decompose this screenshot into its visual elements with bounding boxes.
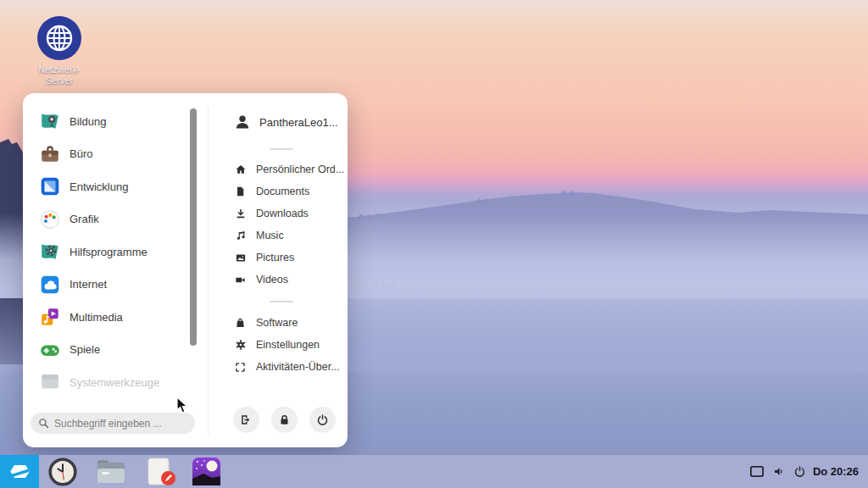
software-bag-icon	[235, 317, 246, 329]
download-icon	[235, 208, 247, 219]
desktop: Netzwerk- Server Bildung	[0, 0, 868, 488]
desktop-icon-network-server[interactable]: Netzwerk- Server	[31, 15, 88, 86]
place-item-music[interactable]: Music	[220, 225, 348, 247]
menu-item-einstellungen[interactable]: Einstellungen	[220, 334, 348, 356]
category-item-bildung[interactable]: Bildung	[30, 105, 187, 138]
panel-divider-top	[270, 148, 293, 150]
taskbar-clock[interactable]: Do 20:26	[805, 455, 866, 488]
power-icon	[316, 413, 329, 426]
menu-item-label: Einstellungen	[256, 339, 320, 351]
desktop-icon-label-line2: Server	[31, 75, 88, 86]
category-label: Entwicklung	[70, 180, 128, 193]
category-item-systemwerkzeuge[interactable]: Systemwerkzeuge	[30, 366, 187, 399]
place-item-home[interactable]: Persönlicher Ord...	[220, 158, 348, 180]
category-item-grafik[interactable]: Grafik	[30, 203, 187, 236]
briefcase-icon	[39, 143, 61, 165]
clock-icon	[48, 458, 77, 486]
document-icon	[235, 186, 246, 197]
places-list: Persönlicher Ord... Documents Downloads …	[220, 158, 348, 291]
category-label: Multimedia	[70, 311, 123, 324]
menu-item-software[interactable]: Software	[220, 312, 348, 334]
gamepad-icon	[39, 339, 61, 361]
category-item-internet[interactable]: Internet	[30, 269, 187, 302]
activities-overview-icon	[235, 362, 246, 373]
search-placeholder: Suchbegriff eingeben ...	[54, 418, 162, 430]
category-item-hilfsprogramme[interactable]: Hilfsprogramme	[30, 236, 187, 269]
search-input[interactable]: Suchbegriff eingeben ...	[31, 413, 195, 434]
taskbar-app-files[interactable]	[97, 455, 125, 488]
menu-right-panel: PantheraLeo1... Persönlicher Ord... Docu…	[220, 93, 348, 447]
menu-item-label: Aktivitäten-Über...	[256, 361, 340, 373]
taskbar-app-night-wallpaper[interactable]	[192, 455, 220, 488]
category-item-multimedia[interactable]: Multimedia	[30, 301, 187, 334]
zorin-menu-button[interactable]	[0, 455, 39, 488]
music-note-icon	[235, 230, 247, 241]
palette-icon	[39, 208, 61, 230]
zorin-logo-icon	[8, 460, 31, 483]
category-label: Grafik	[70, 213, 99, 225]
place-label: Pictures	[256, 252, 294, 263]
power-tray-icon[interactable]	[793, 465, 806, 478]
folder-icon	[97, 459, 125, 485]
system-items-list: Software Einstellungen Aktivitäten-Über.…	[220, 312, 348, 378]
display-icon[interactable]	[749, 465, 765, 478]
education-icon	[39, 110, 61, 132]
lock-button[interactable]	[271, 407, 298, 433]
category-label: Büro	[70, 147, 92, 160]
volume-icon[interactable]	[772, 465, 786, 478]
taskbar-app-clock[interactable]	[48, 455, 77, 488]
mouse-cursor	[176, 396, 190, 415]
app-menu-window: Bildung Büro Entwicklung	[23, 93, 348, 447]
cloud-icon	[39, 274, 61, 296]
utilities-icon	[39, 241, 61, 263]
search-icon	[38, 418, 49, 429]
user-name: PantheraLeo1...	[259, 116, 338, 129]
place-label: Music	[256, 230, 284, 241]
system-tray	[749, 455, 806, 488]
user-menu-item[interactable]: PantheraLeo1...	[234, 114, 338, 130]
place-item-documents[interactable]: Documents	[220, 180, 348, 202]
menu-item-label: Software	[256, 317, 298, 329]
place-label: Downloads	[256, 208, 309, 219]
power-button[interactable]	[309, 407, 336, 433]
menu-divider-vertical	[208, 107, 209, 435]
category-scrollbar[interactable]	[190, 108, 197, 346]
panel-divider-bottom	[270, 301, 293, 302]
category-list: Bildung Büro Entwicklung	[30, 105, 187, 399]
category-label: Systemwerkzeuge	[70, 376, 159, 389]
session-buttons	[220, 407, 348, 433]
video-camera-icon	[234, 274, 247, 286]
category-label: Hilfsprogramme	[70, 246, 147, 258]
place-item-videos[interactable]: Videos	[220, 269, 348, 291]
system-tools-icon	[39, 371, 61, 393]
category-label: Internet	[70, 278, 107, 291]
category-label: Bildung	[70, 115, 106, 128]
night-sky-icon	[192, 458, 220, 485]
text-editor-icon	[146, 458, 176, 486]
home-icon	[235, 164, 247, 175]
place-label: Documents	[256, 186, 309, 197]
place-label: Persönlicher Ord...	[256, 164, 344, 175]
taskbar: Do 20:26	[0, 455, 868, 488]
development-icon	[39, 175, 61, 197]
category-item-buero[interactable]: Büro	[30, 138, 187, 171]
taskbar-app-text-editor[interactable]	[146, 455, 176, 488]
gear-icon	[235, 339, 247, 351]
category-label: Spiele	[70, 343, 100, 356]
lock-icon	[278, 413, 291, 426]
place-item-pictures[interactable]: Pictures	[220, 247, 348, 269]
menu-item-activities-overview[interactable]: Aktivitäten-Über...	[220, 356, 348, 378]
place-item-downloads[interactable]: Downloads	[220, 202, 348, 225]
picture-icon	[235, 252, 247, 263]
desktop-icon-label-line1: Netzwerk-	[31, 64, 88, 75]
globe-icon	[36, 15, 82, 61]
multimedia-icon	[39, 306, 61, 328]
place-label: Videos	[256, 274, 288, 286]
logout-icon	[240, 413, 253, 426]
category-item-spiele[interactable]: Spiele	[30, 334, 187, 367]
category-item-entwicklung[interactable]: Entwicklung	[30, 170, 187, 203]
logout-button[interactable]	[233, 407, 259, 433]
user-avatar-icon	[234, 114, 251, 130]
